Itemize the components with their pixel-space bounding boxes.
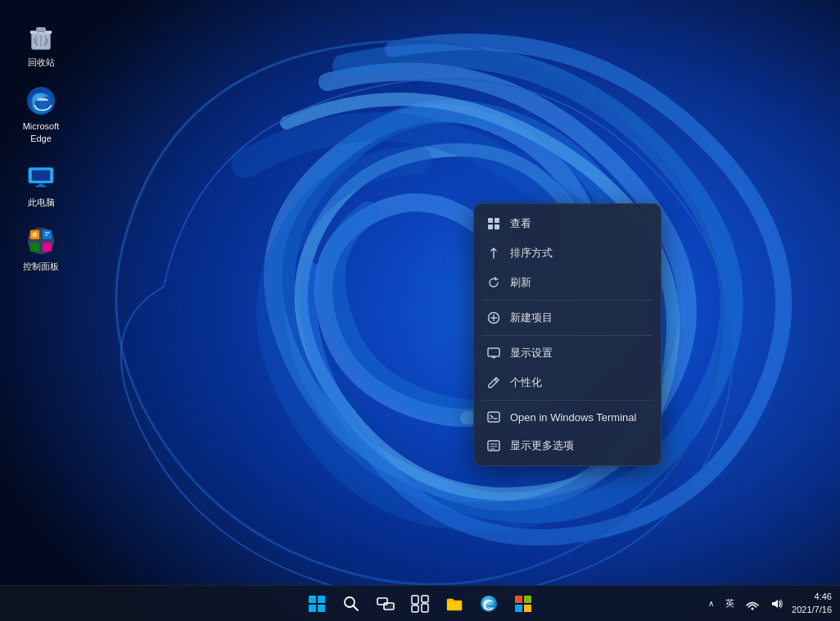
menu-separator-2 <box>482 335 653 336</box>
date-display: 2021/7/16 <box>792 604 832 616</box>
plus-circle-icon <box>487 311 500 324</box>
context-menu-item-sort[interactable]: 排序方式 <box>474 238 661 268</box>
svg-rect-51 <box>447 602 462 610</box>
view-label: 查看 <box>510 216 531 231</box>
desktop-icon-this-pc[interactable]: 此电脑 <box>12 156 70 212</box>
edge-icon <box>25 84 57 117</box>
svg-rect-53 <box>515 596 522 603</box>
task-view-button[interactable] <box>370 588 401 619</box>
language-indicator[interactable]: 英 <box>722 596 738 611</box>
this-pc-label: 此电脑 <box>28 197 55 208</box>
svg-rect-18 <box>43 243 52 252</box>
refresh-label: 刷新 <box>510 275 531 290</box>
time-display: 4:46 <box>792 591 832 603</box>
svg-rect-46 <box>384 603 394 610</box>
edge-taskbar-button[interactable] <box>473 588 504 619</box>
svg-rect-20 <box>45 233 50 233</box>
context-menu-item-terminal[interactable]: Open in Windows Terminal <box>474 403 661 431</box>
pen-icon <box>487 376 500 389</box>
svg-rect-29 <box>488 348 499 356</box>
svg-rect-11 <box>33 170 50 179</box>
svg-line-44 <box>354 605 359 610</box>
svg-line-32 <box>495 379 497 382</box>
context-menu-item-refresh[interactable]: 刷新 <box>474 268 661 297</box>
clock[interactable]: 4:46 2021/7/16 <box>792 591 832 616</box>
sort-label: 排序方式 <box>510 246 553 261</box>
hidden-icons-button[interactable]: ∧ <box>705 597 717 610</box>
context-menu-item-new[interactable]: 新建项目 <box>474 303 661 333</box>
refresh-icon <box>487 276 500 289</box>
new-item-label: 新建项目 <box>510 310 553 325</box>
svg-rect-41 <box>309 605 316 612</box>
svg-rect-24 <box>488 224 493 229</box>
grid-icon <box>487 217 500 230</box>
desktop-icons-container: 回收站 <box>12 16 70 276</box>
sort-icon <box>487 247 500 260</box>
svg-rect-21 <box>45 235 48 236</box>
svg-rect-42 <box>318 605 325 612</box>
network-button[interactable] <box>743 596 762 612</box>
svg-rect-23 <box>495 218 499 223</box>
display-settings-label: 显示设置 <box>510 346 553 360</box>
svg-rect-56 <box>524 605 531 612</box>
svg-rect-50 <box>422 604 428 612</box>
svg-point-19 <box>33 233 38 238</box>
search-button[interactable] <box>336 588 367 619</box>
personalize-label: 个性化 <box>510 375 542 390</box>
svg-rect-25 <box>495 224 499 229</box>
up-arrow-icon: ∧ <box>708 599 714 608</box>
menu-separator-3 <box>482 400 653 401</box>
svg-rect-33 <box>488 412 499 422</box>
svg-rect-55 <box>515 605 522 612</box>
volume-button[interactable] <box>767 596 787 612</box>
context-menu-item-more-options[interactable]: 显示更多选项 <box>474 431 661 460</box>
more-options-label: 显示更多选项 <box>510 438 574 453</box>
file-explorer-button[interactable] <box>439 588 470 619</box>
desktop-icon-recycle-bin[interactable]: 回收站 <box>12 16 70 72</box>
svg-point-57 <box>752 607 754 610</box>
svg-rect-49 <box>422 596 428 602</box>
terminal-icon <box>487 410 500 424</box>
control-panel-icon <box>25 224 57 257</box>
start-button[interactable] <box>301 588 332 619</box>
wallpaper <box>0 0 840 621</box>
svg-rect-54 <box>524 596 531 603</box>
language-label: 英 <box>725 597 734 610</box>
network-icon <box>746 597 759 610</box>
taskbar: ∧ 英 4:46 2021/7/16 <box>0 585 840 621</box>
desktop-icon-edge[interactable]: MicrosoftEdge <box>12 80 70 148</box>
taskbar-system-tray: ∧ 英 4:46 2021/7/16 <box>705 591 832 616</box>
svg-rect-22 <box>488 218 493 223</box>
store-button[interactable] <box>508 588 539 619</box>
taskbar-center <box>301 588 539 619</box>
menu-separator-1 <box>482 300 653 301</box>
context-menu-item-personalize[interactable]: 个性化 <box>474 368 661 397</box>
context-menu-item-display[interactable]: 显示设置 <box>474 338 661 368</box>
volume-icon <box>770 597 784 610</box>
svg-rect-13 <box>35 185 46 187</box>
control-panel-label: 控制面板 <box>23 261 59 272</box>
desktop: 回收站 <box>0 0 840 621</box>
more-options-icon <box>487 439 500 452</box>
svg-rect-39 <box>309 596 316 603</box>
svg-rect-48 <box>412 605 418 612</box>
recycle-bin-label: 回收站 <box>28 57 55 68</box>
context-menu-item-view[interactable]: 查看 <box>474 209 661 238</box>
svg-rect-40 <box>318 596 325 603</box>
desktop-icon-control-panel[interactable]: 控制面板 <box>12 220 70 276</box>
terminal-label: Open in Windows Terminal <box>510 411 636 424</box>
display-icon <box>487 347 500 360</box>
edge-label: MicrosoftEdge <box>23 120 60 144</box>
this-pc-icon <box>25 161 57 193</box>
recycle-bin-icon <box>25 20 57 53</box>
svg-rect-47 <box>412 596 418 604</box>
context-menu: 查看 排序方式 刷新 <box>473 203 662 466</box>
svg-rect-17 <box>30 243 39 252</box>
widgets-button[interactable] <box>404 588 436 619</box>
